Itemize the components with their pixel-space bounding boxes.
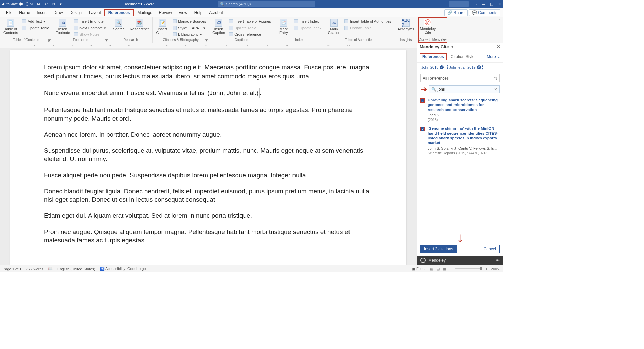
autosave-toggle[interactable]: AutoSave Off: [2, 2, 33, 6]
tab-acrobat[interactable]: Acrobat: [206, 8, 226, 17]
spellcheck-icon[interactable]: 📖: [48, 267, 53, 271]
undo-icon[interactable]: ↶: [44, 2, 48, 6]
panel-close-icon[interactable]: ✕: [497, 44, 500, 49]
account-badge[interactable]: [449, 1, 469, 7]
page-indicator[interactable]: Page 1 of 1: [3, 267, 21, 271]
insert-citations-button[interactable]: Insert 2 citations: [420, 245, 457, 253]
collapse-ribbon-icon[interactable]: ˄: [497, 17, 503, 43]
tab-design[interactable]: Design: [66, 8, 85, 17]
search-box[interactable]: 🔍 Search (Alt+Q): [218, 1, 315, 7]
paragraph[interactable]: Pellentesque habitant morbi tristique se…: [44, 106, 373, 123]
panel-tab-citation-style[interactable]: Citation Style: [450, 54, 475, 60]
search-button[interactable]: 🔍Search: [111, 18, 126, 32]
paragraph[interactable]: Lorem ipsum dolor sit amet, consectetuer…: [44, 63, 373, 80]
horizontal-ruler[interactable]: 1234567891011121314151617: [0, 43, 417, 48]
share-button[interactable]: 🔗 Share: [444, 9, 467, 16]
ribbon-display-icon[interactable]: ▭: [474, 2, 477, 6]
panel-menu-icon[interactable]: ▼: [451, 45, 454, 49]
add-text-button[interactable]: Add Text ▾: [21, 18, 50, 24]
tab-layout[interactable]: Layout: [86, 8, 104, 17]
tab-references[interactable]: References: [104, 9, 134, 16]
view-print-icon[interactable]: ▤: [436, 267, 440, 271]
tab-file[interactable]: File: [3, 8, 16, 17]
cancel-button[interactable]: Cancel: [480, 245, 500, 253]
show-notes-button[interactable]: Show Notes: [73, 31, 107, 37]
style-selector[interactable]: Style: APA ▾: [172, 25, 207, 31]
paragraph[interactable]: Donec blandit feugiat ligula. Donec hend…: [44, 187, 373, 204]
tab-view[interactable]: View: [175, 8, 191, 17]
tab-help[interactable]: Help: [191, 8, 206, 17]
dialog-launcher-icon[interactable]: ⬊: [105, 39, 108, 42]
citation-chip[interactable]: Johri et al. 2019✕: [447, 65, 482, 70]
paragraph[interactable]: Etiam eget dui. Aliquam erat volutpat. S…: [44, 211, 373, 220]
redo-icon[interactable]: ↻: [51, 2, 56, 6]
minimize-icon[interactable]: —: [482, 2, 485, 6]
clear-search-icon[interactable]: ✕: [494, 87, 497, 92]
footer-menu-icon[interactable]: •••: [495, 258, 500, 263]
paragraph[interactable]: Proin nec augue. Quisque aliquam tempor …: [44, 228, 373, 245]
remove-chip-icon[interactable]: ✕: [477, 65, 481, 69]
focus-mode-button[interactable]: ▣ Focus: [412, 267, 426, 271]
tab-home[interactable]: Home: [16, 8, 33, 17]
group-captions: 🏷InsertCaption Insert Table of Figures U…: [209, 17, 274, 43]
manage-sources-button[interactable]: Manage Sources: [172, 18, 207, 24]
comments-button[interactable]: 💬 Comments: [469, 9, 500, 16]
tab-insert[interactable]: Insert: [33, 8, 50, 17]
tab-review[interactable]: Review: [156, 8, 175, 17]
dialog-launcher-icon[interactable]: ⬊: [48, 39, 51, 42]
result-checkbox[interactable]: ✓: [420, 127, 425, 131]
close-icon[interactable]: ✕: [498, 2, 501, 6]
paragraph[interactable]: Nunc viverra imperdiet enim. Fusce est. …: [44, 88, 373, 98]
mark-entry-button[interactable]: 📑MarkEntry: [276, 18, 291, 35]
panel-tab-references[interactable]: References: [420, 53, 447, 60]
save-icon[interactable]: 🖫: [36, 2, 41, 6]
paragraph[interactable]: Aenean nec lorem. In porttitor. Donec la…: [44, 130, 373, 139]
view-web-icon[interactable]: ▥: [443, 267, 446, 271]
citation-field[interactable]: (Johri; Johri et al.): [206, 88, 260, 98]
acronyms-button[interactable]: ABC?Acronyms: [396, 18, 416, 32]
zoom-level[interactable]: 200%: [491, 267, 500, 271]
insert-citation-button[interactable]: 📝InsertCitation: [155, 18, 170, 35]
update-tof-button[interactable]: Update Table: [228, 25, 272, 31]
result-checkbox[interactable]: ✓: [420, 98, 425, 103]
insert-index-button[interactable]: Insert Index: [293, 18, 322, 24]
insert-tof-button[interactable]: Insert Table of Figures: [228, 18, 272, 24]
insert-endnote-button[interactable]: Insert Endnote: [73, 18, 107, 24]
next-footnote-button[interactable]: Next Footnote ▾: [73, 25, 107, 31]
bibliography-button[interactable]: Bibliography ▾: [172, 31, 207, 37]
paragraph[interactable]: Suspendisse dui purus, scelerisque at, v…: [44, 146, 373, 163]
update-toa-button[interactable]: Update Table: [344, 25, 392, 31]
word-count[interactable]: 372 words: [26, 267, 43, 271]
reference-collection-select[interactable]: All References⇅: [420, 74, 500, 82]
remove-chip-icon[interactable]: ✕: [440, 65, 444, 69]
document-page[interactable]: Lorem ipsum dolor sit amet, consectetuer…: [10, 50, 406, 265]
zoom-in-icon[interactable]: +: [485, 267, 487, 271]
dialog-launcher-icon[interactable]: ⬊: [205, 39, 208, 42]
update-toc-button[interactable]: Update Table: [21, 25, 50, 31]
citation-chip[interactable]: Johri 2018✕: [420, 65, 445, 70]
mark-citation-button[interactable]: ⚖MarkCitation: [326, 18, 342, 35]
zoom-out-icon[interactable]: −: [450, 267, 452, 271]
researcher-button[interactable]: 📚Researcher: [128, 18, 150, 32]
update-index-button[interactable]: Update Index: [293, 25, 322, 31]
table-of-contents-button[interactable]: 📄Table ofContents: [2, 18, 19, 35]
result-item[interactable]: ✓ 'Genome skimming' with the MinION hand…: [420, 124, 500, 157]
view-read-icon[interactable]: ▦: [430, 267, 433, 271]
language-indicator[interactable]: English (United States): [57, 267, 95, 271]
cross-reference-button[interactable]: Cross-reference: [228, 31, 272, 37]
toggle-icon[interactable]: [19, 2, 28, 6]
qat-dropdown-icon[interactable]: ▾: [58, 2, 63, 6]
insert-toa-button[interactable]: Insert Table of Authorities: [344, 18, 392, 24]
paragraph[interactable]: Fusce aliquet pede non pede. Suspendisse…: [44, 171, 373, 180]
reference-search-input[interactable]: 🔍 johri ✕: [429, 85, 500, 93]
result-item[interactable]: ✓ Unraveling shark secrets: Sequencing g…: [420, 96, 500, 124]
accessibility-indicator[interactable]: ♿ Accessibility: Good to go: [100, 267, 146, 271]
panel-more-menu[interactable]: More ⌄: [487, 54, 500, 59]
zoom-slider[interactable]: [455, 268, 482, 269]
mendeley-cite-button[interactable]: ⓂMendeleyCite: [419, 18, 437, 35]
tab-mailings[interactable]: Mailings: [134, 8, 156, 17]
insert-footnote-button[interactable]: abInsertFootnote: [54, 18, 71, 35]
tab-draw[interactable]: Draw: [50, 8, 66, 17]
insert-caption-button[interactable]: 🏷InsertCaption: [211, 18, 226, 35]
maximize-icon[interactable]: ▢: [490, 2, 493, 6]
